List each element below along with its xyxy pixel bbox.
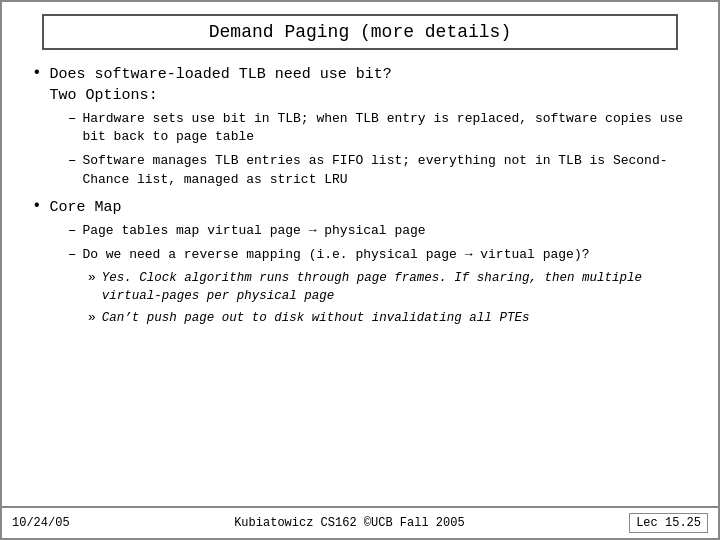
dash-3: – — [68, 222, 76, 238]
sub-bullet-3-text: Page tables map virtual page → physical … — [82, 222, 425, 240]
slide-title: Demand Paging (more details) — [209, 22, 511, 42]
footer-date: 10/24/05 — [12, 516, 70, 530]
marker-1: » — [88, 270, 96, 285]
bullet-2-sub-1: – Page tables map virtual page → physica… — [68, 222, 688, 240]
slide-footer: 10/24/05 Kubiatowicz CS162 ©UCB Fall 200… — [2, 506, 718, 538]
sub-bullet-1-text: Hardware sets use bit in TLB; when TLB e… — [82, 110, 688, 146]
sub-sub-bullet-1: » Yes. Clock algorithm runs through page… — [88, 270, 688, 305]
bullet-section-1: • Does software-loaded TLB need use bit?… — [32, 64, 688, 189]
bullet-2-main: • Core Map — [32, 197, 688, 218]
sub-sub-bullet-2: » Can’t push page out to disk without in… — [88, 310, 688, 328]
dash-1: – — [68, 110, 76, 126]
bullet-1-sub-2: – Software manages TLB entries as FIFO l… — [68, 152, 688, 188]
dash-4: – — [68, 246, 76, 262]
bullet-section-2: • Core Map – Page tables map virtual pag… — [32, 197, 688, 328]
marker-2: » — [88, 310, 96, 325]
footer-credit: Kubiatowicz CS162 ©UCB Fall 2005 — [234, 516, 464, 530]
sub-bullet-4-text: Do we need a reverse mapping (i.e. physi… — [82, 246, 589, 264]
sub-sub-bullet-2-text: Can’t push page out to disk without inva… — [102, 310, 530, 328]
slide-content: • Does software-loaded TLB need use bit?… — [2, 58, 718, 506]
bullet-2-sub-bullets: – Page tables map virtual page → physica… — [68, 222, 688, 328]
bullet-1-main: • Does software-loaded TLB need use bit?… — [32, 64, 688, 106]
slide-title-bar: Demand Paging (more details) — [42, 14, 678, 50]
sub-sub-bullet-1-text: Yes. Clock algorithm runs through page f… — [102, 270, 688, 305]
bullet-1-sub-1: – Hardware sets use bit in TLB; when TLB… — [68, 110, 688, 146]
bullet-2-sub-2: – Do we need a reverse mapping (i.e. phy… — [68, 246, 688, 264]
bullet-1-sub-bullets: – Hardware sets use bit in TLB; when TLB… — [68, 110, 688, 189]
dash-2: – — [68, 152, 76, 168]
sub-sub-bullets: » Yes. Clock algorithm runs through page… — [88, 270, 688, 328]
slide-container: Demand Paging (more details) • Does soft… — [0, 0, 720, 540]
bullet-1-text: Does software-loaded TLB need use bit? T… — [50, 64, 392, 106]
sub-bullet-2-text: Software manages TLB entries as FIFO lis… — [82, 152, 688, 188]
bullet-dot-2: • — [32, 197, 42, 215]
footer-page: Lec 15.25 — [629, 513, 708, 533]
bullet-2-text: Core Map — [50, 197, 122, 218]
bullet-dot-1: • — [32, 64, 42, 82]
